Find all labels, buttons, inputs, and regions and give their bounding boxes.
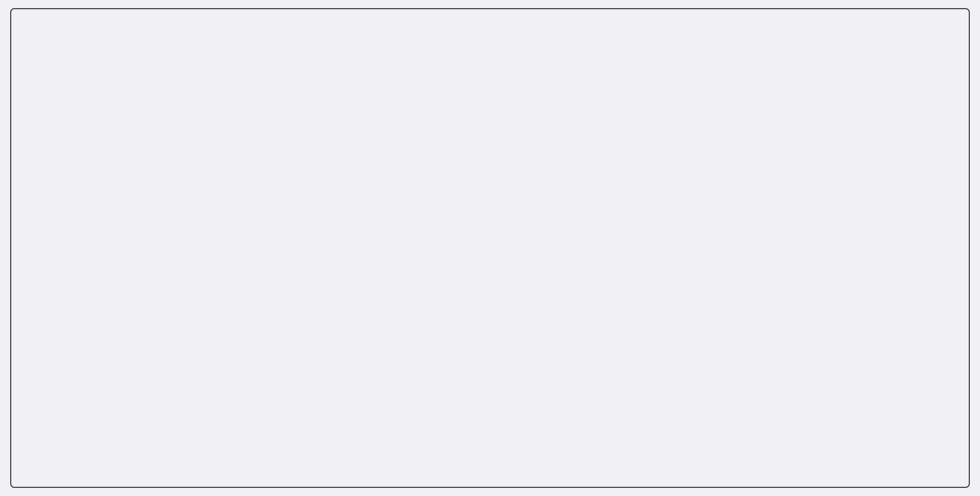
- org-chart: [10, 8, 970, 488]
